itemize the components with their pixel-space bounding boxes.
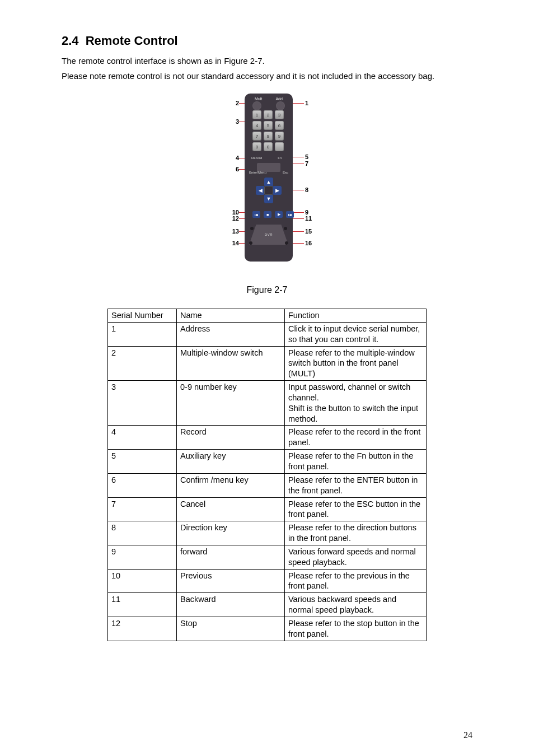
numkey: 9 (275, 132, 284, 141)
cell-sn: 3 (108, 381, 177, 426)
table-row: 1 Address Click it to input device seria… (108, 322, 427, 346)
cell-fn: Input password, channel or switch channe… (285, 381, 427, 426)
dpad-left-icon: ◀ (256, 186, 265, 195)
cell-sn: 1 (108, 322, 177, 346)
cell-fn: Please refer to the ESC button in the fr… (285, 497, 427, 521)
table-row: 7 Cancel Please refer to the ESC button … (108, 497, 427, 521)
numkey: 0 (264, 142, 273, 151)
table-row: 5 Auxiliary key Please refer to the Fn b… (108, 450, 427, 474)
cell-fn: Please refer to the multiple-window swit… (285, 346, 427, 381)
add-label: Add (275, 97, 282, 101)
cell-name: Stop (177, 617, 285, 641)
jack-left2-icon (249, 241, 252, 245)
intro-paragraph-2: Please note remote control is not our st… (62, 70, 472, 83)
cell-name: forward (177, 545, 285, 569)
callout-label-11: 11 (305, 216, 322, 222)
table-row: 10 Previous Please refer to the previous… (108, 569, 427, 593)
callout-label-4: 4 (222, 155, 239, 161)
table-row: 2 Multiple-window switch Please refer to… (108, 346, 427, 381)
callout-label-15: 15 (305, 228, 322, 235)
remote-brand-label: DVR (265, 233, 273, 236)
numkey: 4 (252, 121, 261, 130)
figure-caption: Figure 2-7 (247, 285, 288, 295)
cell-fn: Various forward speeds and normal speed … (285, 545, 427, 569)
cell-sn: 8 (108, 521, 177, 545)
cell-sn: 11 (108, 593, 177, 617)
callout-label-13: 13 (222, 228, 239, 235)
table-row: 12 Stop Please refer to the stop button … (108, 617, 427, 641)
esc-label: Esc (283, 171, 288, 174)
remote-control-diagram: 2 3 4 6 10 12 13 14 1 5 7 8 9 11 15 16 (183, 94, 351, 273)
cell-name: Backward (177, 593, 285, 617)
callout-label-1: 1 (305, 100, 322, 106)
cell-fn: Please refer to the direction buttons in… (285, 521, 427, 545)
table-header: Serial Number (108, 309, 177, 323)
numkey: 6 (275, 121, 284, 130)
numkey: 8 (264, 132, 273, 141)
table-row: 9 forward Various forward speeds and nor… (108, 545, 427, 569)
cell-name: Record (177, 426, 285, 450)
next-icon: ⏭ (286, 211, 294, 218)
table-row: 6 Confirm /menu key Please refer to the … (108, 473, 427, 497)
remote-small-labels: Record Fn (251, 156, 282, 160)
callout-label-12: 12 (222, 216, 239, 222)
numkey: 7 (252, 132, 261, 141)
cell-sn: 7 (108, 497, 177, 521)
figure-wrapper: 2 3 4 6 10 12 13 14 1 5 7 8 9 11 15 16 (62, 94, 472, 295)
cell-sn: 9 (108, 545, 177, 569)
table-row: 4 Record Please refer to the record in t… (108, 426, 427, 450)
dpad-right-icon: ▶ (273, 186, 282, 195)
prev-icon: ⏮ (252, 211, 260, 218)
intro-paragraph-1: The remote control interface is shown as… (62, 55, 472, 68)
cell-name: Multiple-window switch (177, 346, 285, 381)
callout-label-6: 6 (222, 166, 239, 172)
dpad-center-icon (264, 186, 273, 195)
cell-sn: 6 (108, 473, 177, 497)
table-row: 8 Direction key Please refer to the dire… (108, 521, 427, 545)
cell-sn: 12 (108, 617, 177, 641)
numkey: 3 (275, 110, 284, 119)
callout-label-16: 16 (305, 240, 322, 246)
table-header: Name (177, 309, 285, 323)
cell-fn: Please refer to the record in the front … (285, 426, 427, 450)
numkey: 2 (264, 110, 273, 119)
numpad: 1 2 3 4 5 6 7 8 9 0 0 (252, 110, 284, 151)
cell-fn: Please refer to the stop button in the f… (285, 617, 427, 641)
cell-fn: Various backward speeds and normal speed… (285, 593, 427, 617)
section-heading: 2.4 Remote Control (62, 34, 472, 48)
numkey (275, 142, 284, 151)
enter-menu-label: Enter/Menu (249, 171, 266, 174)
callout-label-8: 8 (305, 187, 322, 193)
jack-left-icon (250, 227, 254, 230)
section-title-text: Remote Control (86, 34, 178, 48)
remote-top-labels: Mult Add (245, 97, 293, 101)
dpad-up-icon: ▲ (264, 178, 273, 186)
callout-label-2: 2 (222, 100, 239, 106)
numkey: 5 (264, 121, 273, 130)
play-icon: ▶ (275, 211, 283, 218)
dpad-down-icon: ▼ (264, 194, 273, 203)
numkey: 1 (252, 110, 261, 119)
cell-fn: Please refer to the Fn button in the fro… (285, 450, 427, 474)
cell-fn: Please refer to the ENTER button in the … (285, 473, 427, 497)
numkey: 0 (252, 142, 261, 151)
cell-sn: 5 (108, 450, 177, 474)
cell-sn: 2 (108, 346, 177, 381)
add-button-icon (276, 101, 285, 110)
fn-label: Fn (278, 156, 282, 160)
reference-table: Serial Number Name Function 1 Address Cl… (107, 309, 427, 641)
callout-label-3: 3 (222, 119, 239, 125)
cell-name: Confirm /menu key (177, 473, 285, 497)
cell-name: Cancel (177, 497, 285, 521)
record-label: Record (251, 156, 262, 160)
jack-right2-icon (285, 241, 288, 245)
remote-body: Mult Add 1 2 3 4 5 6 7 8 9 0 0 (245, 94, 293, 262)
cell-name: Direction key (177, 521, 285, 545)
table-header-row: Serial Number Name Function (108, 309, 427, 323)
remote-lower-panel: DVR (249, 225, 288, 245)
table-row: 11 Backward Various backward speeds and … (108, 593, 427, 617)
cell-name: Previous (177, 569, 285, 593)
table-row: 3 0-9 number key Input password, channel… (108, 381, 427, 426)
callout-label-5: 5 (305, 154, 322, 160)
direction-pad: ▲ ▼ ◀ ▶ (256, 178, 282, 203)
